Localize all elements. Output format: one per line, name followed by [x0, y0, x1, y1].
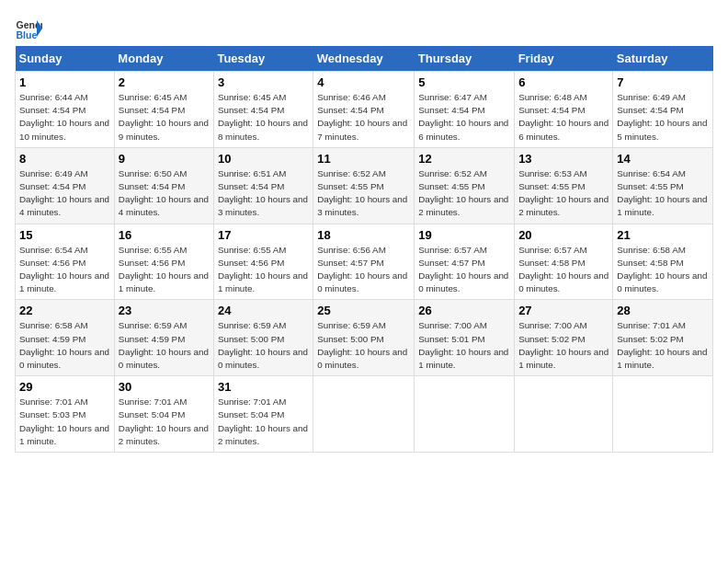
- day-detail: Sunrise: 6:55 AMSunset: 4:56 PMDaylight:…: [119, 245, 209, 294]
- day-detail: Sunrise: 6:49 AMSunset: 4:54 PMDaylight:…: [617, 92, 707, 142]
- day-number: 1: [19, 75, 110, 89]
- calendar-cell: 13 Sunrise: 6:53 AMSunset: 4:55 PMDaylig…: [515, 147, 613, 224]
- week-row-2: 8 Sunrise: 6:49 AMSunset: 4:54 PMDayligh…: [16, 147, 713, 224]
- calendar-cell: 15 Sunrise: 6:54 AMSunset: 4:56 PMDaylig…: [16, 224, 115, 300]
- day-number: 5: [418, 75, 510, 89]
- header-row: SundayMondayTuesdayWednesdayThursdayFrid…: [16, 46, 713, 72]
- day-detail: Sunrise: 6:59 AMSunset: 5:00 PMDaylight:…: [218, 320, 308, 370]
- week-row-5: 29 Sunrise: 7:01 AMSunset: 5:03 PMDaylig…: [16, 376, 713, 453]
- calendar-table: SundayMondayTuesdayWednesdayThursdayFrid…: [15, 46, 713, 453]
- day-number: 10: [218, 152, 309, 166]
- calendar-cell: 9 Sunrise: 6:50 AMSunset: 4:54 PMDayligh…: [114, 147, 213, 224]
- day-number: 15: [19, 228, 110, 242]
- week-row-1: 1 Sunrise: 6:44 AMSunset: 4:54 PMDayligh…: [16, 72, 713, 148]
- day-detail: Sunrise: 6:48 AMSunset: 4:54 PMDaylight:…: [518, 92, 609, 142]
- day-number: 17: [218, 228, 309, 242]
- header-day-wednesday: Wednesday: [313, 46, 415, 72]
- calendar-cell: 16 Sunrise: 6:55 AMSunset: 4:56 PMDaylig…: [114, 224, 213, 300]
- day-detail: Sunrise: 6:49 AMSunset: 4:54 PMDaylight:…: [19, 168, 109, 218]
- day-number: 11: [317, 152, 410, 166]
- header-day-tuesday: Tuesday: [213, 46, 313, 72]
- calendar-cell: 28 Sunrise: 7:01 AMSunset: 5:02 PMDaylig…: [613, 300, 713, 376]
- day-detail: Sunrise: 6:57 AMSunset: 4:57 PMDaylight:…: [418, 245, 508, 294]
- calendar-cell: [515, 376, 613, 453]
- header-day-thursday: Thursday: [415, 46, 515, 72]
- calendar-cell: 25 Sunrise: 6:59 AMSunset: 5:00 PMDaylig…: [313, 300, 415, 376]
- calendar-cell: 22 Sunrise: 6:58 AMSunset: 4:59 PMDaylig…: [16, 300, 115, 376]
- calendar-cell: [415, 376, 515, 453]
- header: General Blue: [15, 15, 713, 42]
- calendar-body: 1 Sunrise: 6:44 AMSunset: 4:54 PMDayligh…: [16, 72, 713, 453]
- day-detail: Sunrise: 6:54 AMSunset: 4:56 PMDaylight:…: [19, 245, 109, 294]
- day-detail: Sunrise: 6:58 AMSunset: 4:58 PMDaylight:…: [617, 245, 707, 294]
- calendar-cell: 20 Sunrise: 6:57 AMSunset: 4:58 PMDaylig…: [515, 224, 613, 300]
- day-number: 28: [617, 304, 709, 317]
- day-detail: Sunrise: 7:01 AMSunset: 5:03 PMDaylight:…: [19, 396, 109, 446]
- calendar-cell: 31 Sunrise: 7:01 AMSunset: 5:04 PMDaylig…: [213, 376, 313, 453]
- day-detail: Sunrise: 6:45 AMSunset: 4:54 PMDaylight:…: [119, 92, 209, 142]
- day-number: 6: [518, 75, 609, 89]
- calendar-cell: 7 Sunrise: 6:49 AMSunset: 4:54 PMDayligh…: [613, 72, 713, 148]
- day-number: 8: [19, 152, 110, 166]
- logo: General Blue: [15, 15, 46, 42]
- week-row-4: 22 Sunrise: 6:58 AMSunset: 4:59 PMDaylig…: [16, 300, 713, 376]
- week-row-3: 15 Sunrise: 6:54 AMSunset: 4:56 PMDaylig…: [16, 224, 713, 300]
- day-number: 24: [218, 304, 309, 317]
- day-detail: Sunrise: 7:01 AMSunset: 5:02 PMDaylight:…: [617, 320, 707, 370]
- calendar-cell: 2 Sunrise: 6:45 AMSunset: 4:54 PMDayligh…: [114, 72, 213, 148]
- day-number: 22: [19, 304, 110, 317]
- day-number: 14: [617, 152, 709, 166]
- calendar-cell: 19 Sunrise: 6:57 AMSunset: 4:57 PMDaylig…: [415, 224, 515, 300]
- day-number: 16: [119, 228, 210, 242]
- day-detail: Sunrise: 6:58 AMSunset: 4:59 PMDaylight:…: [19, 320, 109, 370]
- day-number: 13: [518, 152, 609, 166]
- day-number: 20: [518, 228, 609, 242]
- day-detail: Sunrise: 6:50 AMSunset: 4:54 PMDaylight:…: [119, 168, 209, 218]
- day-number: 18: [317, 228, 410, 242]
- calendar-cell: 30 Sunrise: 7:01 AMSunset: 5:04 PMDaylig…: [114, 376, 213, 453]
- day-number: 25: [317, 304, 410, 317]
- day-detail: Sunrise: 6:55 AMSunset: 4:56 PMDaylight:…: [218, 245, 308, 294]
- day-detail: Sunrise: 6:57 AMSunset: 4:58 PMDaylight:…: [518, 245, 609, 294]
- day-detail: Sunrise: 6:47 AMSunset: 4:54 PMDaylight:…: [418, 92, 508, 142]
- calendar-cell: 10 Sunrise: 6:51 AMSunset: 4:54 PMDaylig…: [213, 147, 313, 224]
- calendar-cell: 29 Sunrise: 7:01 AMSunset: 5:03 PMDaylig…: [16, 376, 115, 453]
- day-number: 3: [218, 75, 309, 89]
- calendar-cell: 8 Sunrise: 6:49 AMSunset: 4:54 PMDayligh…: [16, 147, 115, 224]
- day-detail: Sunrise: 6:46 AMSunset: 4:54 PMDaylight:…: [317, 92, 407, 142]
- calendar-cell: 18 Sunrise: 6:56 AMSunset: 4:57 PMDaylig…: [313, 224, 415, 300]
- calendar-cell: 4 Sunrise: 6:46 AMSunset: 4:54 PMDayligh…: [313, 72, 415, 148]
- day-detail: Sunrise: 6:52 AMSunset: 4:55 PMDaylight:…: [418, 168, 508, 218]
- day-number: 30: [119, 380, 210, 394]
- calendar-cell: 24 Sunrise: 6:59 AMSunset: 5:00 PMDaylig…: [213, 300, 313, 376]
- calendar-cell: [613, 376, 713, 453]
- day-detail: Sunrise: 6:56 AMSunset: 4:57 PMDaylight:…: [317, 245, 407, 294]
- header-day-monday: Monday: [114, 46, 213, 72]
- calendar-cell: [313, 376, 415, 453]
- day-detail: Sunrise: 7:01 AMSunset: 5:04 PMDaylight:…: [119, 396, 209, 446]
- day-detail: Sunrise: 6:59 AMSunset: 4:59 PMDaylight:…: [119, 320, 209, 370]
- calendar-cell: 26 Sunrise: 7:00 AMSunset: 5:01 PMDaylig…: [415, 300, 515, 376]
- day-detail: Sunrise: 6:54 AMSunset: 4:55 PMDaylight:…: [617, 168, 707, 218]
- day-number: 4: [317, 75, 410, 89]
- day-detail: Sunrise: 6:45 AMSunset: 4:54 PMDaylight:…: [218, 92, 308, 142]
- calendar-cell: 27 Sunrise: 7:00 AMSunset: 5:02 PMDaylig…: [515, 300, 613, 376]
- header-day-sunday: Sunday: [16, 46, 115, 72]
- calendar-cell: 14 Sunrise: 6:54 AMSunset: 4:55 PMDaylig…: [613, 147, 713, 224]
- day-number: 7: [617, 75, 709, 89]
- calendar-header: SundayMondayTuesdayWednesdayThursdayFrid…: [16, 46, 713, 72]
- day-number: 2: [119, 75, 210, 89]
- day-detail: Sunrise: 6:53 AMSunset: 4:55 PMDaylight:…: [518, 168, 609, 218]
- day-detail: Sunrise: 7:00 AMSunset: 5:02 PMDaylight:…: [518, 320, 609, 370]
- calendar-cell: 1 Sunrise: 6:44 AMSunset: 4:54 PMDayligh…: [16, 72, 115, 148]
- day-number: 23: [119, 304, 210, 317]
- calendar-cell: 3 Sunrise: 6:45 AMSunset: 4:54 PMDayligh…: [213, 72, 313, 148]
- logo-icon: General Blue: [15, 15, 42, 42]
- header-day-friday: Friday: [515, 46, 613, 72]
- calendar-cell: 17 Sunrise: 6:55 AMSunset: 4:56 PMDaylig…: [213, 224, 313, 300]
- day-detail: Sunrise: 7:01 AMSunset: 5:04 PMDaylight:…: [218, 396, 308, 446]
- calendar-cell: 21 Sunrise: 6:58 AMSunset: 4:58 PMDaylig…: [613, 224, 713, 300]
- calendar-cell: 11 Sunrise: 6:52 AMSunset: 4:55 PMDaylig…: [313, 147, 415, 224]
- day-number: 26: [418, 304, 510, 317]
- calendar-cell: 12 Sunrise: 6:52 AMSunset: 4:55 PMDaylig…: [415, 147, 515, 224]
